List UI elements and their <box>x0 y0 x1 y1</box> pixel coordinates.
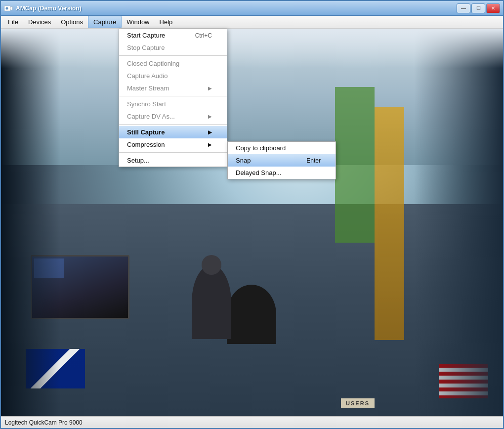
menu-window[interactable]: Window <box>122 16 154 28</box>
status-text: Logitech QuickCam Pro 9000 <box>5 419 83 426</box>
office-green-wall <box>335 87 375 243</box>
camera-view: USERS <box>1 29 503 418</box>
submenu-arrow-compression: ▶ <box>208 142 212 147</box>
main-window: AMCap (Demo Version) — ☐ ✕ File Devices … <box>0 0 504 429</box>
menu-stop-capture[interactable]: Stop Capture <box>119 42 227 54</box>
close-button[interactable]: ✕ <box>486 3 500 13</box>
submenu-arrow-master: ▶ <box>208 86 212 91</box>
menu-devices[interactable]: Devices <box>23 16 56 28</box>
menu-file[interactable]: File <box>3 16 23 28</box>
menu-capture[interactable]: Capture <box>88 16 122 28</box>
statusbar: Logitech QuickCam Pro 9000 <box>1 416 503 428</box>
menu-options[interactable]: Options <box>56 16 88 28</box>
menu-setup[interactable]: Setup... <box>119 154 227 167</box>
office-pillar <box>375 107 404 341</box>
office-chair <box>227 285 276 344</box>
capture-menu: Start Capture Ctrl+C Stop Capture Closed… <box>119 29 227 167</box>
person-silhouette <box>192 265 231 339</box>
app-icon <box>4 4 13 13</box>
still-capture-menu: Copy to clipboard Snap Enter Delayed Sna… <box>227 141 336 179</box>
menu-master-stream[interactable]: Master Stream ▶ <box>119 82 227 94</box>
menu-closed-captioning[interactable]: Closed Captioning <box>119 57 227 70</box>
us-flag <box>439 364 488 398</box>
menu-start-capture[interactable]: Start Capture Ctrl+C <box>119 29 227 42</box>
submenu-arrow-still: ▶ <box>208 129 212 135</box>
separator-2 <box>119 96 227 96</box>
menu-copy-to-clipboard[interactable]: Copy to clipboard <box>228 142 336 154</box>
minimize-button[interactable]: — <box>457 3 470 13</box>
uk-flag <box>26 349 85 388</box>
capture-dropdown: Start Capture Ctrl+C Stop Capture Closed… <box>119 29 227 167</box>
menu-compression[interactable]: Compression ▶ <box>119 138 227 151</box>
menu-capture-audio[interactable]: Capture Audio <box>119 70 227 82</box>
maximize-button[interactable]: ☐ <box>471 3 485 13</box>
menu-synchro-start[interactable]: Synchro Start <box>119 98 227 110</box>
still-capture-submenu: Copy to clipboard Snap Enter Delayed Sna… <box>227 141 336 179</box>
submenu-arrow-dv: ▶ <box>208 114 212 119</box>
titlebar-buttons: — ☐ ✕ <box>457 3 500 13</box>
menu-capture-dv-as[interactable]: Capture DV As... ▶ <box>119 110 227 123</box>
separator-1 <box>119 55 227 56</box>
separator-4 <box>119 152 227 153</box>
camera-background: USERS <box>1 29 503 418</box>
titlebar: AMCap (Demo Version) — ☐ ✕ <box>1 1 503 16</box>
menu-still-capture[interactable]: Still Capture ▶ <box>119 126 227 138</box>
separator-3 <box>119 124 227 125</box>
titlebar-left: AMCap (Demo Version) <box>4 4 82 13</box>
monitor <box>31 255 129 319</box>
menubar: File Devices Options Capture Window Help… <box>1 16 503 29</box>
svg-point-2 <box>6 7 8 9</box>
menu-help[interactable]: Help <box>155 16 178 28</box>
window-title: AMCap (Demo Version) <box>16 5 82 12</box>
users-sign: USERS <box>341 398 375 408</box>
svg-marker-1 <box>10 6 12 10</box>
menu-delayed-snap[interactable]: Delayed Snap... <box>228 167 336 179</box>
menu-snap[interactable]: Snap Enter <box>228 154 336 167</box>
